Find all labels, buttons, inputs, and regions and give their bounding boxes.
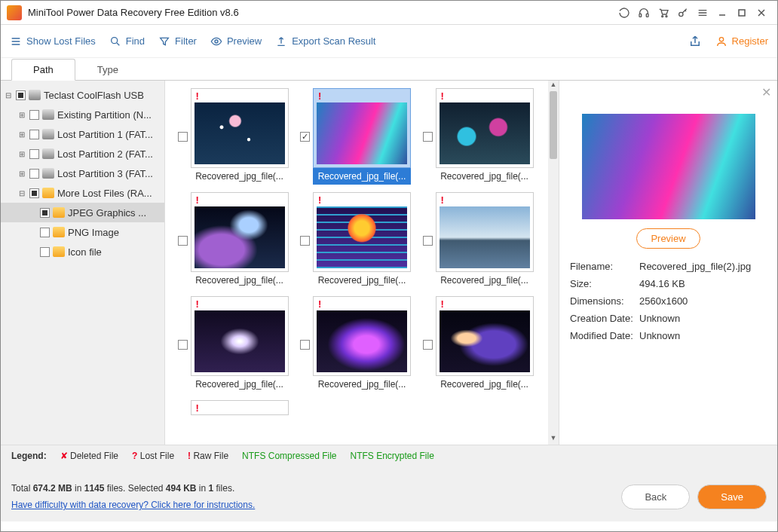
raw-marker-icon: ! xyxy=(315,194,409,205)
tree-node-more-lost[interactable]: ⊟More Lost Files (RA... xyxy=(1,183,164,203)
find-button[interactable]: Find xyxy=(109,35,145,47)
tree-node-icon[interactable]: Icon file xyxy=(1,242,164,261)
meta-label: Modified Date: xyxy=(570,330,639,341)
help-link[interactable]: Have difficulty with data recovery? Clic… xyxy=(11,500,255,510)
checkbox[interactable] xyxy=(40,228,50,237)
tree-node-lost1[interactable]: ⊞Lost Partition 1 (FAT... xyxy=(1,124,164,144)
raw-marker-icon: ! xyxy=(438,194,531,205)
raw-marker-icon: ! xyxy=(438,298,531,309)
raw-marker-icon: ! xyxy=(193,402,286,413)
drive-icon xyxy=(42,129,54,139)
export-scan-button[interactable]: Export Scan Result xyxy=(275,35,375,47)
svg-rect-5 xyxy=(739,10,745,16)
folder-icon xyxy=(53,207,65,218)
svg-point-4 xyxy=(679,12,683,16)
meta-value: 494.16 KB xyxy=(639,278,685,289)
maximize-button[interactable] xyxy=(732,3,752,23)
show-lost-files-button[interactable]: Show Lost Files xyxy=(10,35,96,47)
thumb-checkbox[interactable] xyxy=(423,340,433,350)
tree-node-lost2[interactable]: ⊞Lost Partition 2 (FAT... xyxy=(1,144,164,164)
legend-deleted: ✘ Deleted File xyxy=(60,451,118,461)
meta-label: Creation Date: xyxy=(570,313,639,324)
tree-node-jpeg[interactable]: JPEG Graphics ... xyxy=(1,203,164,222)
legend-bar: Legend: ✘ Deleted File ? Lost File ! Raw… xyxy=(1,445,777,466)
thumb-checkbox[interactable] xyxy=(300,340,310,350)
tree-node-png[interactable]: PNG Image xyxy=(1,222,164,242)
checkbox[interactable] xyxy=(29,130,39,139)
thumb-checkbox[interactable] xyxy=(300,132,310,142)
scrollbar[interactable]: ▲ ▼ xyxy=(548,81,559,445)
save-button[interactable]: Save xyxy=(697,485,767,509)
app-icon xyxy=(7,5,22,20)
register-button[interactable]: Register xyxy=(715,35,768,47)
thumbnail-item[interactable]: !Recovered_jpg_file(... xyxy=(436,296,534,393)
raw-marker-icon: ! xyxy=(193,194,286,205)
key-icon[interactable] xyxy=(673,3,693,23)
funnel-icon xyxy=(158,35,170,47)
scroll-handle[interactable] xyxy=(550,91,557,159)
folder-icon xyxy=(42,188,54,198)
thumbnail-image xyxy=(194,102,285,164)
scroll-down-icon[interactable]: ▼ xyxy=(548,434,559,445)
folder-icon xyxy=(53,246,65,257)
app-title: MiniTool Power Data Recovery Free Editio… xyxy=(28,7,614,18)
tree-node-lost3[interactable]: ⊞Lost Partition 3 (FAT... xyxy=(1,164,164,183)
thumb-checkbox[interactable] xyxy=(178,132,188,142)
thumb-checkbox[interactable] xyxy=(300,236,310,246)
tab-type[interactable]: Type xyxy=(75,59,140,81)
checkbox[interactable] xyxy=(29,110,39,120)
thumbnail-item[interactable]: !Recovered_jpg_file(... xyxy=(191,88,289,185)
tree-root[interactable]: ⊟Teclast CoolFlash USB xyxy=(1,85,164,105)
back-button[interactable]: Back xyxy=(621,485,690,509)
thumb-checkbox[interactable] xyxy=(423,236,433,246)
svg-rect-0 xyxy=(639,14,642,17)
checkbox[interactable] xyxy=(29,169,39,179)
preview-open-button[interactable]: Preview xyxy=(636,228,700,249)
scroll-up-icon[interactable]: ▲ xyxy=(548,81,559,91)
menu-icon[interactable] xyxy=(693,3,712,23)
cart-icon[interactable] xyxy=(654,3,673,23)
thumb-checkbox[interactable] xyxy=(178,340,188,350)
checkbox[interactable] xyxy=(29,188,39,198)
share-icon[interactable] xyxy=(688,35,702,48)
meta-label: Size: xyxy=(570,278,639,289)
status-bar: Total 674.2 MB in 1145 files. Selected 4… xyxy=(1,466,777,521)
folder-icon xyxy=(53,227,65,237)
thumbnail-item[interactable]: !Recovered_jpg_file(... xyxy=(436,192,534,289)
refresh-icon[interactable] xyxy=(614,3,634,23)
thumb-checkbox[interactable] xyxy=(423,132,433,142)
tree-panel: ⊟Teclast CoolFlash USB ⊞Existing Partiti… xyxy=(1,81,165,445)
thumbnail-item[interactable]: ! xyxy=(191,400,289,415)
filter-button[interactable]: Filter xyxy=(158,35,197,47)
checkbox[interactable] xyxy=(40,208,50,218)
meta-value: Recovered_jpg_file(2).jpg xyxy=(639,261,751,272)
thumbnail-item[interactable]: !Recovered_jpg_file(... xyxy=(436,88,534,185)
thumbnail-item[interactable]: !Recovered_jpg_file(... xyxy=(313,296,411,393)
tab-path[interactable]: Path xyxy=(11,59,75,81)
svg-rect-1 xyxy=(646,14,648,17)
preview-image xyxy=(582,114,755,219)
checkbox[interactable] xyxy=(16,90,26,100)
search-icon xyxy=(109,35,121,47)
thumbnail-item[interactable]: !Recovered_jpg_file(... xyxy=(313,88,411,185)
close-preview-button[interactable]: ✕ xyxy=(761,85,771,99)
checkbox[interactable] xyxy=(40,247,50,257)
headset-icon[interactable] xyxy=(634,3,654,23)
tabs: Path Type xyxy=(1,58,777,81)
checkbox[interactable] xyxy=(29,149,39,159)
thumbnail-grid: !Recovered_jpg_file(... !Recovered_jpg_f… xyxy=(165,81,559,445)
thumb-checkbox[interactable] xyxy=(178,236,188,246)
preview-button[interactable]: Preview xyxy=(210,35,262,47)
thumbnail-item[interactable]: !Recovered_jpg_file(... xyxy=(313,192,411,289)
legend-raw: ! Raw File xyxy=(188,451,228,461)
close-button[interactable] xyxy=(752,3,771,23)
legend-lost: ? Lost File xyxy=(132,451,174,461)
thumbnail-item[interactable]: !Recovered_jpg_file(... xyxy=(191,192,289,289)
tree-node-existing[interactable]: ⊞Existing Partition (N... xyxy=(1,105,164,124)
thumbnail-item[interactable]: !Recovered_jpg_file(... xyxy=(191,296,289,393)
thumbnail-image xyxy=(317,310,407,372)
minimize-button[interactable] xyxy=(712,3,732,23)
thumbnail-image xyxy=(440,310,530,372)
raw-marker-icon: ! xyxy=(438,90,531,101)
thumbnail-image xyxy=(317,102,407,164)
